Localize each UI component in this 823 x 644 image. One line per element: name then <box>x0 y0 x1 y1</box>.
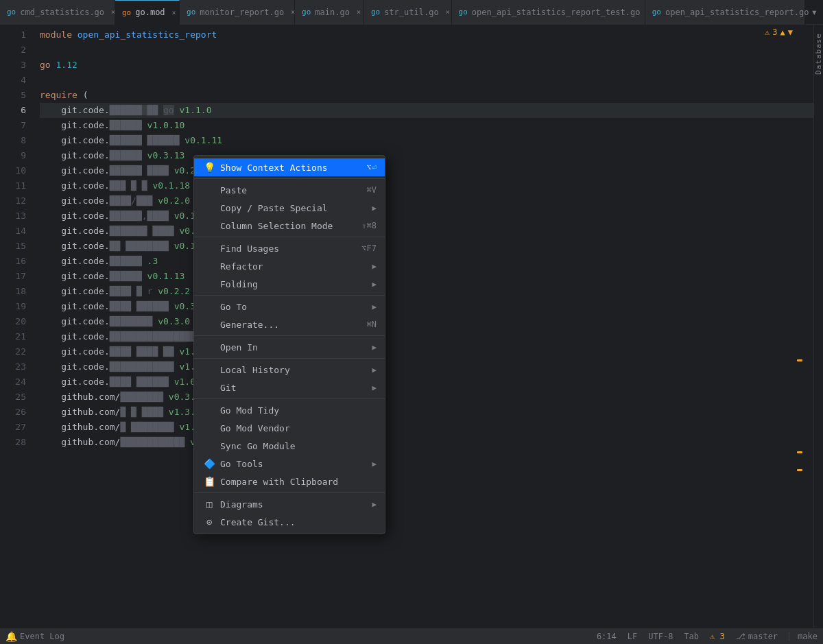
code-line-6: git.code.██████ ██ go v1.1.0 <box>40 103 813 118</box>
code-line-20: git.code.████████ v0.3.0 <box>40 314 813 329</box>
menu-label: Sync Go Module <box>220 441 377 451</box>
tab-monitor-report[interactable]: go monitor_report.go × <box>180 0 295 25</box>
go-mod-vendor-icon <box>202 421 216 435</box>
compare-clipboard-icon: 📋 <box>202 475 216 488</box>
chevron-down-icon[interactable]: ▼ <box>788 27 793 37</box>
code-line-9: git.code.██████ v0.3.13 <box>40 148 813 163</box>
database-sidebar-label[interactable]: Database <box>814 33 823 75</box>
code-line-7: git.code.██████ v1.0.10 <box>40 118 813 133</box>
menu-item-generate[interactable]: Generate... ⌘N <box>194 315 385 333</box>
menu-item-paste[interactable]: Paste ⌘V <box>194 181 385 199</box>
menu-separator <box>194 358 385 359</box>
indent[interactable]: Tab <box>684 632 699 641</box>
menu-item-go-to[interactable]: Go To ▶ <box>194 298 385 315</box>
menu-item-open-in[interactable]: Open In ▶ <box>194 338 385 356</box>
line-num: 23 <box>0 359 26 374</box>
submenu-arrow-icon: ▶ <box>372 204 377 213</box>
menu-item-find-usages[interactable]: Find Usages ⌥F7 <box>194 239 385 257</box>
menu-item-refactor[interactable]: Refactor ▶ <box>194 257 385 275</box>
encoding[interactable]: UTF-8 <box>648 632 673 641</box>
tab-label: open_api_statistics_report_test.go <box>472 8 641 17</box>
line-num: 12 <box>0 193 26 208</box>
code-line-18: git.code.████ █ r v0.2.2 <box>40 284 813 299</box>
menu-item-go-mod-tidy[interactable]: Go Mod Tidy <box>194 401 385 419</box>
menu-item-column-selection[interactable]: Column Selection Mode ⇧⌘8 <box>194 217 385 235</box>
tab-close-btn[interactable]: × <box>357 8 361 16</box>
go-file-icon: go <box>187 8 195 16</box>
submenu-arrow-icon: ▶ <box>372 366 377 374</box>
code-line-10: git.code.██████ ████ v0.2.5 <box>40 163 813 178</box>
chevron-up-icon[interactable]: ▲ <box>780 27 785 37</box>
git-branch-icon: ⎇ <box>736 632 746 641</box>
code-line-15: git.code.██ ████████ v0.1.1 <box>40 239 813 254</box>
make-label[interactable]: make <box>789 632 818 641</box>
tab-close-btn[interactable]: × <box>446 8 450 16</box>
menu-item-compare-clipboard[interactable]: 📋 Compare with Clipboard <box>194 473 385 490</box>
go-file-icon: go <box>459 8 468 16</box>
menu-item-show-context-actions[interactable]: 💡 Show Context Actions ⌥⏎ <box>194 158 385 176</box>
menu-item-local-history[interactable]: Local History ▶ <box>194 361 385 379</box>
branch-name: master <box>748 632 778 641</box>
open-in-icon <box>202 340 216 354</box>
menu-label: Diagrams <box>220 499 368 510</box>
tab-cmd-statistics[interactable]: go cmd_statistics.go × <box>0 0 115 25</box>
menu-item-go-mod-vendor[interactable]: Go Mod Vendor <box>194 419 385 437</box>
code-line-25: github.com/████████ v0.3.0 <box>40 390 813 405</box>
cursor-position[interactable]: 6:14 <box>597 632 617 641</box>
menu-separator <box>194 295 385 296</box>
local-history-icon <box>202 363 216 377</box>
go-to-icon <box>202 300 216 313</box>
tab-close-btn[interactable]: × <box>172 9 176 16</box>
tab-str-util[interactable]: go str_util.go × <box>364 0 452 25</box>
code-line-8: git.code.██████ ██████ v0.1.11 <box>40 133 813 148</box>
code-line-17: git.code.██████ v0.1.13 <box>40 269 813 284</box>
tab-open-api-test[interactable]: go open_api_statistics_report_test.go × <box>452 0 645 25</box>
tab-go-mod[interactable]: go go.mod × <box>115 0 180 25</box>
line-ending[interactable]: LF <box>628 632 637 641</box>
menu-item-folding[interactable]: Folding ▶ <box>194 275 385 293</box>
code-line-22: git.code.████ ████ ██ v1.1.6 <box>40 344 813 359</box>
scroll-marker-warning3 <box>797 469 802 471</box>
menu-item-go-tools[interactable]: 🔷 Go Tools ▶ <box>194 455 385 473</box>
code-line-16: git.code.██████ .3 <box>40 254 813 269</box>
submenu-arrow-icon: ▶ <box>372 383 377 392</box>
tab-main[interactable]: go main.go × <box>295 0 364 25</box>
menu-label: Create Gist... <box>220 517 377 527</box>
diagrams-icon: ◫ <box>202 497 216 511</box>
line-num: 21 <box>0 329 26 344</box>
menu-label: Go Tools <box>220 459 368 469</box>
code-line-14: git.code.███████ ████ v0.1.2 <box>40 224 813 239</box>
menu-label: Paste <box>220 185 367 195</box>
menu-item-git[interactable]: Git ▶ <box>194 379 385 396</box>
tab-overflow-btn[interactable]: ▾ <box>805 5 823 19</box>
line-num: 3 <box>0 58 26 73</box>
code-line-21: git.code.████████████████ v0.0.0-2021051… <box>40 329 813 344</box>
code-line-4 <box>40 73 813 88</box>
line-num: 14 <box>0 224 26 239</box>
line-numbers: 1 2 3 4 5 6 7 8 9 10 11 12 13 14 15 16 1… <box>0 25 34 628</box>
code-area[interactable]: ⚠ 3 ▲ ▼ module open_api_statistics_repor… <box>34 25 813 628</box>
go-file-icon: go <box>652 8 661 16</box>
error-indicator: ⚠ 3 ▲ ▼ <box>765 27 793 37</box>
menu-item-diagrams[interactable]: ◫ Diagrams ▶ <box>194 495 385 513</box>
line-num: 8 <box>0 133 26 148</box>
refactor-icon <box>202 259 216 273</box>
menu-label: Git <box>220 383 368 393</box>
event-log-icon: 🔔 <box>5 631 17 642</box>
menu-item-copy-paste-special[interactable]: Copy / Paste Special ▶ <box>194 199 385 217</box>
line-num: 17 <box>0 269 26 284</box>
menu-item-sync-go-module[interactable]: Sync Go Module <box>194 437 385 455</box>
code-line-24: git.code.████ ██████ v1.6.3 // indirect <box>40 374 813 390</box>
code-line-27: github.com/█ ████████ v1.2.0 <box>40 420 813 435</box>
code-line-19: git.code.████ ██████ v0.3.1 <box>40 299 813 314</box>
tab-label: cmd_statistics.go <box>20 8 104 17</box>
tab-open-api-report[interactable]: go open_api_statistics_report.go <box>645 0 806 25</box>
event-log-btn[interactable]: 🔔 Event Log <box>5 631 64 642</box>
warnings-count[interactable]: ⚠ 3 <box>710 632 725 641</box>
menu-item-create-gist[interactable]: ⊙ Create Gist... <box>194 513 385 531</box>
menu-label: Compare with Clipboard <box>220 477 377 487</box>
line-num: 22 <box>0 344 26 359</box>
bulb-icon: 💡 <box>202 160 216 174</box>
line-num: 25 <box>0 390 26 405</box>
code-line-2 <box>40 43 813 58</box>
